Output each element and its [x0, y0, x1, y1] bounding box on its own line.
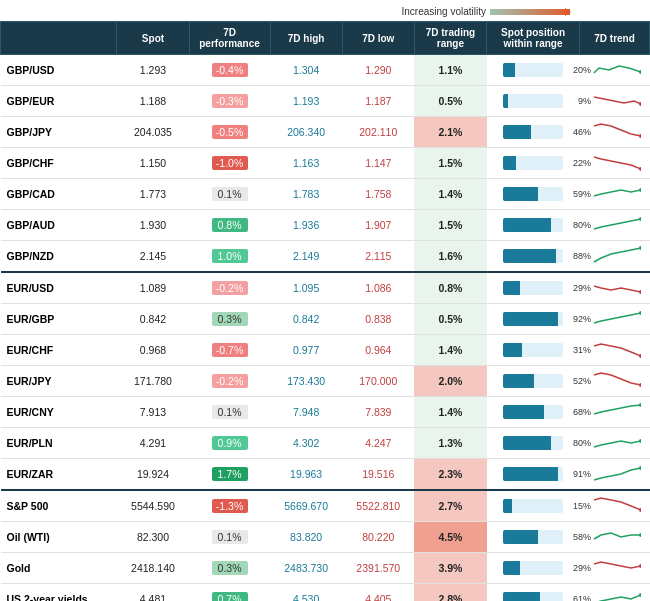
cell-instrument: GBP/AUD [1, 210, 117, 241]
cell-spot-bar: 29% [487, 272, 580, 304]
cell-spot: 82.300 [117, 522, 189, 553]
trend-chart [589, 182, 641, 204]
cell-high: 0.842 [270, 304, 342, 335]
spot-bar-fill [503, 281, 520, 295]
cell-high: 1.936 [270, 210, 342, 241]
volatility-label: Increasing volatility [402, 6, 486, 17]
spot-bar-container: 88% [503, 249, 563, 263]
cell-spot: 2418.140 [117, 553, 189, 584]
cell-high: 206.340 [270, 117, 342, 148]
cell-low: 19.516 [342, 459, 414, 491]
cell-instrument: EUR/USD [1, 272, 117, 304]
cell-perf: 1.0% [189, 241, 270, 273]
col-range: 7D trading range [414, 22, 486, 55]
cell-spot-bar: 80% [487, 210, 580, 241]
spot-bar-container: 20% [503, 63, 563, 77]
table-row: GBP/AUD1.9300.8%1.9361.9071.5%80% [1, 210, 650, 241]
cell-high: 1.095 [270, 272, 342, 304]
spot-bar-container: 80% [503, 218, 563, 232]
svg-point-6 [639, 246, 641, 250]
spot-pct-label: 20% [573, 65, 591, 75]
table-row: GBP/JPY204.035-0.5%206.340202.1102.1%46% [1, 117, 650, 148]
spot-pct-label: 31% [573, 345, 591, 355]
table-body: GBP/USD1.293-0.4%1.3041.2901.1%20%GBP/EU… [1, 55, 650, 602]
cell-spot-bar: 61% [487, 584, 580, 602]
cell-perf: -0.4% [189, 55, 270, 86]
cell-low: 7.839 [342, 397, 414, 428]
spot-bar-fill [503, 63, 515, 77]
cell-low: 4.247 [342, 428, 414, 459]
table-row: EUR/CNY7.9130.1%7.9487.8391.4%68% [1, 397, 650, 428]
cell-perf: 0.8% [189, 210, 270, 241]
volatility-header: Increasing volatility [0, 0, 650, 21]
cell-high: 0.977 [270, 335, 342, 366]
col-spotpos: Spot position within range [487, 22, 580, 55]
svg-point-12 [639, 439, 641, 443]
cell-instrument: EUR/GBP [1, 304, 117, 335]
cell-spot-bar: 91% [487, 459, 580, 491]
cell-spot-bar: 9% [487, 86, 580, 117]
cell-spot: 4.291 [117, 428, 189, 459]
svg-point-10 [639, 383, 641, 387]
spot-bar-fill [503, 343, 522, 357]
trend-chart [589, 213, 641, 235]
svg-point-7 [639, 290, 641, 294]
spot-bar-fill [503, 94, 508, 108]
spot-bar-container: 91% [503, 467, 563, 481]
cell-range: 2.3% [414, 459, 486, 491]
cell-high: 4.530 [270, 584, 342, 602]
trend-chart [589, 369, 641, 391]
cell-spot: 19.924 [117, 459, 189, 491]
spot-pct-label: 52% [573, 376, 591, 386]
cell-range: 1.5% [414, 148, 486, 179]
cell-high: 4.302 [270, 428, 342, 459]
trend-chart [589, 276, 641, 298]
cell-instrument: GBP/EUR [1, 86, 117, 117]
cell-spot: 4.481 [117, 584, 189, 602]
col-spot: Spot [117, 22, 189, 55]
cell-range: 2.0% [414, 366, 486, 397]
cell-range: 0.8% [414, 272, 486, 304]
spot-bar-fill [503, 530, 538, 544]
cell-instrument: EUR/CHF [1, 335, 117, 366]
cell-spot-bar: 59% [487, 179, 580, 210]
col-perf: 7D performance [189, 22, 270, 55]
cell-high: 83.820 [270, 522, 342, 553]
volatility-arrow [490, 9, 570, 15]
col-low: 7D low [342, 22, 414, 55]
cell-high: 1.783 [270, 179, 342, 210]
cell-instrument: EUR/PLN [1, 428, 117, 459]
cell-low: 1.290 [342, 55, 414, 86]
spot-pct-label: 58% [573, 532, 591, 542]
trend-chart [589, 525, 641, 547]
spot-pct-label: 80% [573, 438, 591, 448]
trend-chart [589, 58, 641, 80]
spot-pct-label: 68% [573, 407, 591, 417]
cell-instrument: GBP/CAD [1, 179, 117, 210]
cell-perf: -1.0% [189, 148, 270, 179]
cell-low: 1.907 [342, 210, 414, 241]
spot-bar-fill [503, 499, 512, 513]
cell-range: 2.7% [414, 490, 486, 522]
cell-high: 2.149 [270, 241, 342, 273]
spot-bar-container: 29% [503, 561, 563, 575]
table-row: S&P 5005544.590-1.3%5669.6705522.8102.7%… [1, 490, 650, 522]
table-row: EUR/CHF0.968-0.7%0.9770.9641.4%31% [1, 335, 650, 366]
cell-perf: 0.7% [189, 584, 270, 602]
cell-perf: -0.5% [189, 117, 270, 148]
table-row: GBP/NZD2.1451.0%2.1492.1151.6%88% [1, 241, 650, 273]
trend-chart [589, 151, 641, 173]
trend-chart [589, 556, 641, 578]
spot-pct-label: 29% [573, 283, 591, 293]
cell-perf: -0.2% [189, 366, 270, 397]
cell-instrument: S&P 500 [1, 490, 117, 522]
spot-bar-container: 31% [503, 343, 563, 357]
spot-bar-fill [503, 125, 531, 139]
cell-spot-bar: 15% [487, 490, 580, 522]
cell-instrument: EUR/ZAR [1, 459, 117, 491]
cell-spot-bar: 22% [487, 148, 580, 179]
table-row: GBP/USD1.293-0.4%1.3041.2901.1%20% [1, 55, 650, 86]
cell-spot: 1.150 [117, 148, 189, 179]
cell-low: 2391.570 [342, 553, 414, 584]
spot-bar-container: 22% [503, 156, 563, 170]
